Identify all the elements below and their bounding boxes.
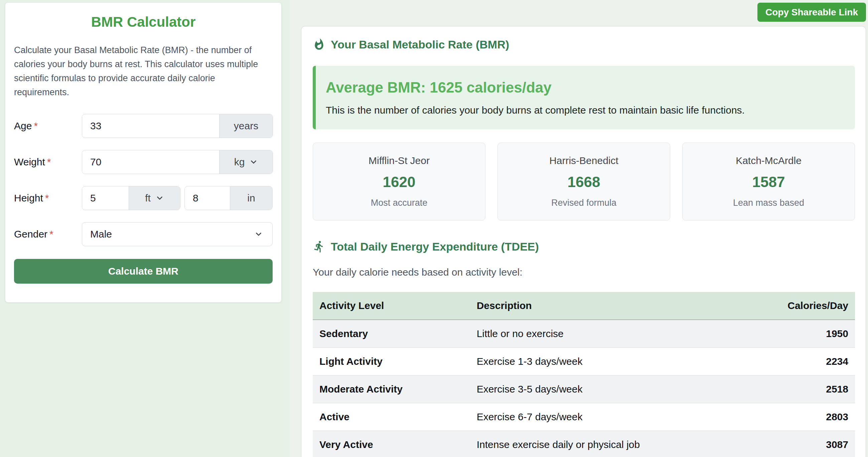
flame-icon [313,38,326,51]
age-required-asterisk: * [34,120,38,131]
column-header-calories: Calories/Day [703,292,855,320]
gender-select[interactable]: Male [82,222,273,246]
calculate-bmr-button[interactable]: Calculate BMR [14,259,273,284]
column-header-activity-level: Activity Level [313,292,470,320]
formula-name: Harris-Benedict [504,155,663,166]
height-inches-input[interactable] [185,186,230,210]
calories-cell: 2803 [703,403,855,431]
description-cell: Intense exercise daily or physical job [470,431,703,457]
weight-label: Weight* [14,156,82,168]
tdee-section-heading: Total Daily Energy Expenditure (TDEE) [313,240,855,253]
height-feet-unit-select[interactable]: ft [129,186,180,210]
weight-unit-select[interactable]: kg [219,150,273,174]
chevron-down-icon [254,230,263,239]
formula-name: Katch-McArdle [689,155,848,166]
table-row: Sedentary Little or no exercise 1950 [313,320,855,348]
table-row: Moderate Activity Exercise 3-5 days/week… [313,375,855,403]
average-bmr-value: Average BMR: 1625 calories/day [326,79,845,96]
gender-row: Gender* Male [14,222,273,246]
formula-card-mifflin: Mifflin-St Jeor 1620 Most accurate [313,143,486,220]
calories-cell: 2234 [703,348,855,375]
average-bmr-description: This is the number of calories your body… [326,104,845,116]
results-card: Your Basal Metabolic Rate (BMR) Average … [301,26,866,457]
height-feet-input[interactable] [82,186,129,210]
age-input[interactable] [82,114,219,138]
weight-unit-text: kg [234,156,245,168]
activity-level-cell: Active [313,403,470,431]
bmr-calculator-card: BMR Calculator Calculate your Basal Meta… [5,3,281,302]
activity-level-cell: Sedentary [313,320,470,348]
formula-card-harris: Harris-Benedict 1668 Revised formula [497,143,670,220]
age-row: Age* years [14,114,273,138]
chevron-down-icon [155,194,164,203]
description-cell: Little or no exercise [470,320,703,348]
formula-cards-row: Mifflin-St Jeor 1620 Most accurate Harri… [313,143,855,220]
tdee-subtitle: Your daily calorie needs based on activi… [313,267,855,278]
activity-level-cell: Light Activity [313,348,470,375]
bmr-heading-text: Your Basal Metabolic Rate (BMR) [331,38,509,51]
calories-cell: 3087 [703,431,855,457]
chevron-down-icon [249,158,258,166]
height-label: Height* [14,192,82,204]
height-feet-unit-text: ft [145,192,151,204]
formula-note: Lean mass based [689,198,848,208]
formula-value: 1587 [689,174,848,190]
height-required-asterisk: * [45,192,49,204]
gender-label: Gender* [14,228,82,240]
weight-row: Weight* kg [14,150,273,174]
height-label-text: Height [14,192,43,204]
table-row: Light Activity Exercise 1-3 days/week 22… [313,348,855,375]
gender-required-asterisk: * [50,228,54,240]
age-label-text: Age [14,120,32,131]
formula-value: 1620 [320,174,478,190]
formula-value: 1668 [504,174,663,190]
left-panel-background: BMR Calculator Calculate your Basal Meta… [0,0,289,457]
weight-required-asterisk: * [47,156,51,167]
description-cell: Exercise 6-7 days/week [470,403,703,431]
height-inches-unit-label: in [230,186,272,210]
table-row: Active Exercise 6-7 days/week 2803 [313,403,855,431]
table-row: Very Active Intense exercise daily or ph… [313,431,855,457]
gender-selected-value: Male [90,228,112,240]
tdee-table: Activity Level Description Calories/Day … [313,292,855,457]
activity-level-cell: Moderate Activity [313,375,470,403]
age-label: Age* [14,120,82,132]
results-panel-background: Copy Shareable Link Your Basal Metabolic… [289,0,868,457]
average-bmr-callout: Average BMR: 1625 calories/day This is t… [313,66,855,129]
calories-cell: 1950 [703,320,855,348]
column-header-description: Description [470,292,703,320]
tdee-table-header-row: Activity Level Description Calories/Day [313,292,855,320]
weight-input[interactable] [82,150,219,174]
runner-icon [313,240,326,253]
height-inches-unit-text: in [247,192,255,204]
age-unit-text: years [234,120,258,132]
age-unit-label: years [219,114,273,138]
copy-shareable-link-button[interactable]: Copy Shareable Link [757,3,866,22]
formula-name: Mifflin-St Jeor [320,155,478,166]
height-row: Height* ft in [14,186,273,210]
weight-label-text: Weight [14,156,45,167]
tdee-heading-text: Total Daily Energy Expenditure (TDEE) [331,240,539,253]
formula-note: Revised formula [504,198,663,208]
description-cell: Exercise 1-3 days/week [470,348,703,375]
page-title: BMR Calculator [14,14,273,30]
formula-note: Most accurate [320,198,478,208]
description-cell: Exercise 3-5 days/week [470,375,703,403]
calculator-description: Calculate your Basal Metabolic Rate (BMR… [14,43,273,99]
calories-cell: 2518 [703,375,855,403]
formula-card-katch: Katch-McArdle 1587 Lean mass based [682,143,855,220]
gender-label-text: Gender [14,228,48,240]
bmr-section-heading: Your Basal Metabolic Rate (BMR) [313,38,855,51]
activity-level-cell: Very Active [313,431,470,457]
